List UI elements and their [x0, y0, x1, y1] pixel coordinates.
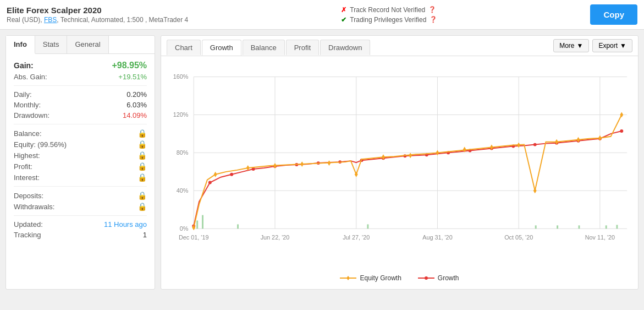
more-button[interactable]: More ▼: [553, 39, 589, 52]
right-panel: Chart Growth Balance Profit Drawdown Mor…: [161, 35, 639, 290]
export-label: Export: [598, 42, 618, 50]
legend-equity-label: Equity Growth: [360, 274, 401, 282]
equity-lock-icon: 🔒: [137, 140, 147, 149]
chart-svg: 160% 120% 80% 40% 0% Dec 01, '19 Jun 22,…: [167, 62, 632, 271]
withdrawals-lock-icon: 🔒: [137, 202, 147, 211]
legend-growth-icon: [418, 274, 434, 282]
tab-general[interactable]: General: [67, 36, 108, 53]
tab-profit[interactable]: Profit: [286, 40, 319, 55]
legend-growth: Growth: [418, 274, 459, 282]
left-panel: Info Stats General Gain: +98.95% Abs. Ga…: [5, 35, 155, 290]
legend-equity-growth: Equity Growth: [340, 274, 401, 282]
svg-marker-68: [598, 135, 602, 141]
svg-marker-65: [533, 188, 537, 193]
tab-chart[interactable]: Chart: [167, 40, 201, 55]
system-title: Elite Forex Scalper 2020: [7, 6, 188, 15]
drawdown-value: 14.09%: [123, 111, 147, 119]
chart-legend: Equity Growth Growth: [167, 271, 632, 286]
updated-row: Updated: 11 Hours ago: [14, 220, 147, 229]
updated-value: 11 Hours ago: [104, 220, 147, 229]
drawdown-label: Drawdown:: [14, 111, 49, 119]
highest-lock-icon: 🔒: [137, 151, 147, 160]
separator-2: [14, 124, 147, 124]
svg-text:80%: 80%: [177, 149, 189, 156]
gain-value: +98.95%: [112, 61, 147, 70]
svg-rect-24: [237, 224, 239, 229]
svg-rect-30: [616, 225, 618, 229]
deposits-label: Deposits:: [14, 192, 43, 200]
svg-rect-28: [579, 225, 580, 229]
system-subtitle: Real (USD), FBS, Technical, Automated, 1…: [7, 16, 188, 24]
top-bar: Elite Forex Scalper 2020 Real (USD), FBS…: [0, 0, 644, 30]
tab-drawdown[interactable]: Drawdown: [320, 40, 370, 55]
svg-text:Nov 11, '20: Nov 11, '20: [585, 234, 615, 241]
monthly-label: Monthly:: [14, 101, 41, 109]
abs-gain-value: +19.51%: [118, 73, 147, 81]
svg-marker-71: [346, 276, 350, 280]
fbs-link[interactable]: FBS: [44, 16, 57, 24]
svg-marker-61: [436, 150, 439, 155]
check-icon: ✔: [341, 16, 346, 24]
system-info: Elite Forex Scalper 2020 Real (USD), FBS…: [7, 6, 188, 24]
daily-row: Daily: 0.20%: [14, 90, 147, 99]
tab-info[interactable]: Info: [6, 36, 35, 54]
export-button[interactable]: Export ▼: [592, 39, 632, 52]
svg-marker-53: [214, 172, 217, 177]
tab-growth[interactable]: Growth: [202, 40, 241, 56]
drawdown-row: Drawdown: 14.09%: [14, 111, 147, 119]
separator-1: [14, 85, 147, 86]
highest-row: Highest: 🔒: [14, 151, 147, 160]
interest-row: Interest: 🔒: [14, 173, 147, 182]
svg-rect-27: [557, 225, 558, 229]
track-record-help-icon[interactable]: ❓: [428, 6, 436, 13]
withdrawals-label: Withdrawals:: [14, 203, 54, 211]
equity-sub: (99.56%): [37, 140, 67, 149]
svg-text:Dec 01, '19: Dec 01, '19: [179, 234, 208, 241]
trading-privileges-help-icon[interactable]: ❓: [430, 16, 437, 23]
tracking-row: Tracking 1: [14, 231, 147, 239]
monthly-value: 6.03%: [126, 101, 147, 109]
balance-lock-icon: 🔒: [137, 129, 147, 138]
more-chevron-icon: ▼: [577, 42, 584, 50]
svg-marker-64: [517, 143, 520, 148]
svg-marker-60: [409, 153, 412, 158]
interest-lock-icon: 🔒: [137, 173, 147, 182]
chart-tab-bar: Chart Growth Balance Profit Drawdown Mor…: [161, 36, 638, 56]
svg-point-73: [425, 276, 428, 280]
svg-marker-57: [328, 160, 331, 166]
svg-point-33: [230, 173, 233, 176]
chart-area: 160% 120% 80% 40% 0% Dec 01, '19 Jun 22,…: [161, 56, 638, 289]
svg-text:Oct 05, '20: Oct 05, '20: [504, 234, 533, 241]
tracking-value: 1: [143, 231, 147, 239]
balance-label: Balance:: [14, 129, 42, 138]
svg-text:0%: 0%: [180, 225, 189, 232]
equity-row: Equity: (99.56%) 🔒: [14, 140, 147, 149]
svg-text:40%: 40%: [177, 187, 189, 194]
chart-actions: More ▼ Export ▼: [553, 39, 632, 52]
tab-stats[interactable]: Stats: [35, 36, 68, 53]
tracking-label: Tracking: [14, 231, 41, 239]
gain-label: Gain:: [14, 61, 34, 70]
chart-svg-wrap: 160% 120% 80% 40% 0% Dec 01, '19 Jun 22,…: [167, 62, 632, 271]
svg-point-47: [533, 143, 537, 146]
interest-label: Interest:: [14, 173, 40, 182]
tab-balance[interactable]: Balance: [243, 40, 285, 55]
deposits-row: Deposits: 🔒: [14, 191, 147, 200]
legend-equity-icon: [340, 274, 356, 282]
highest-label: Highest:: [14, 151, 40, 160]
withdrawals-row: Withdrawals: 🔒: [14, 202, 147, 211]
copy-button[interactable]: Copy: [590, 4, 637, 25]
track-record-text: Track Record Not Verified: [350, 6, 425, 14]
updated-label: Updated:: [14, 220, 43, 229]
left-tab-bar: Info Stats General: [6, 36, 155, 54]
export-chevron-icon: ▼: [620, 42, 626, 50]
monthly-row: Monthly: 6.03%: [14, 101, 147, 109]
daily-value: 0.20%: [126, 90, 147, 99]
svg-point-51: [620, 129, 623, 133]
svg-rect-26: [535, 225, 537, 229]
abs-gain-row: Abs. Gain: +19.51%: [14, 73, 147, 81]
profit-row: Profit: 🔒: [14, 162, 147, 171]
svg-marker-56: [300, 161, 304, 167]
balance-row: Balance: 🔒: [14, 129, 147, 138]
svg-text:Jun 22, '20: Jun 22, '20: [261, 234, 290, 241]
